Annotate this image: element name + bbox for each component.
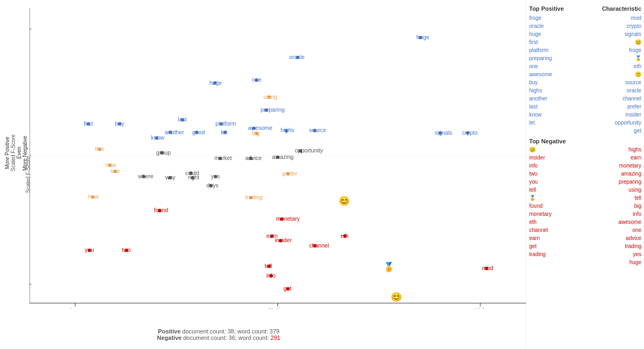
word-insider: insider [275, 237, 292, 243]
legend-pos-10: another [529, 94, 547, 103]
word-another: another [165, 129, 184, 135]
svg-point-37 [160, 151, 163, 154]
legend-pos-1: oracle [529, 22, 544, 30]
svg-point-18 [213, 81, 216, 84]
legend-char-13: opportunity [615, 119, 641, 127]
svg-point-17 [296, 56, 299, 59]
svg-point-56 [279, 239, 282, 242]
legend-panel: Top Positive Characteristic frogemod ora… [526, 0, 644, 349]
legend-negchar-0: highs [628, 146, 641, 154]
chart-area: More Positive Scaled F-Score Even More N… [0, 0, 526, 349]
svg-point-34 [438, 131, 442, 134]
svg-point-26 [169, 130, 172, 134]
legend-negchar-6: tell [634, 194, 641, 202]
legend-pos-12: know [529, 111, 541, 119]
legend-char-0: mod [631, 14, 641, 22]
word-signals: signals [435, 129, 452, 136]
legend-char-9: oracle [627, 86, 641, 94]
svg-point-38 [218, 157, 222, 160]
negative-label: Negative [157, 335, 182, 341]
legend-negchar-2: monetary [619, 162, 641, 170]
svg-point-48 [214, 175, 217, 178]
legend-negchar-13: yes [633, 250, 641, 258]
legend-negchar-1: earn [631, 154, 641, 162]
word-advice: advice [245, 155, 262, 161]
legend-pos-0: froge [529, 14, 541, 22]
svg-point-27 [155, 136, 158, 140]
svg-point-39 [249, 157, 252, 160]
svg-point-29 [223, 130, 226, 134]
legend-pos-5: preparing [529, 54, 552, 62]
svg-point-44 [142, 175, 145, 178]
legend-pos-7: awesome [529, 70, 552, 78]
word-monetary: monetary [276, 215, 300, 222]
svg-point-43 [113, 170, 116, 173]
svg-text:High: High [475, 307, 486, 309]
legend-pos-13: let [529, 119, 535, 127]
legend-neg-10: channel [529, 226, 548, 234]
svg-point-55 [270, 235, 274, 238]
svg-point-42 [108, 164, 112, 167]
legend-pos-8: buy [529, 78, 538, 86]
svg-point-57 [343, 235, 347, 238]
legend-char-6: eth [634, 62, 641, 70]
y-bot-label: More Negative [22, 135, 28, 170]
word-crypto: crypto [462, 129, 478, 136]
legend-char-3: 😊 [635, 38, 641, 46]
legend-neg-6: 🏅 [529, 194, 536, 202]
legend-char-14: get [634, 127, 641, 135]
legend-neg-7: found [529, 202, 543, 210]
negative-stats: document count: 36; word count: 291 [183, 335, 280, 341]
word-source: source [309, 127, 326, 133]
svg-point-23 [219, 122, 223, 125]
legend-negchar-3: amazing [621, 170, 641, 178]
svg-point-59 [87, 249, 91, 252]
svg-point-19 [255, 78, 258, 82]
svg-point-32 [284, 129, 288, 132]
legend-char-8: source [625, 78, 641, 86]
svg-point-62 [267, 265, 270, 268]
svg-point-24 [118, 122, 121, 125]
legend-char-12: insider [626, 111, 641, 119]
svg-point-58 [313, 244, 316, 248]
legend-char-11: prefer [627, 103, 641, 111]
legend-char-1: crypto [627, 22, 641, 30]
legend-neg-5: tell [529, 186, 536, 194]
word-platform: platform [216, 120, 237, 127]
svg-point-53 [158, 209, 161, 212]
svg-point-31 [255, 132, 258, 135]
svg-point-40 [276, 156, 279, 159]
word-where: where [137, 173, 153, 179]
svg-point-51 [91, 195, 94, 199]
word-amazing: amazing [272, 154, 294, 160]
legend-positive-title: Top Positive [529, 5, 564, 12]
svg-point-49 [286, 172, 289, 175]
svg-point-54 [280, 217, 283, 221]
svg-point-21 [265, 108, 268, 112]
legend-pos-2: huge [529, 30, 541, 38]
positive-stats: document count: 38; word count: 379 [182, 328, 280, 335]
legend-pos-3: first [529, 38, 538, 46]
svg-point-50 [209, 184, 213, 187]
positive-label: Positive [158, 328, 180, 335]
legend-pos-11: last [529, 103, 538, 111]
legend-neg-12: get [529, 242, 537, 250]
svg-point-16 [419, 36, 422, 39]
legend-negchar-11: advice [626, 234, 641, 242]
word-prefer: prefer [282, 170, 297, 177]
legend-negchar-12: trading [625, 242, 641, 250]
legend-neg-3: two [529, 170, 538, 178]
legend-neg-8: monetary [529, 210, 552, 218]
legend-neg-4: you [529, 178, 538, 186]
svg-point-52 [249, 196, 252, 199]
y-mid-label: Even [16, 147, 22, 159]
legend-negchar-5: using [628, 186, 641, 194]
legend-neg-13: trading [529, 250, 546, 258]
svg-point-22 [181, 118, 184, 121]
svg-point-35 [466, 131, 469, 134]
legend-pos-9: highs [529, 86, 542, 94]
legend-negchar-7: big [634, 202, 641, 210]
legend-negchar-14: huge [630, 258, 641, 266]
legend-char-5: 🏅 [635, 54, 641, 62]
y-axis-title: Scaled F-Score [10, 135, 16, 172]
